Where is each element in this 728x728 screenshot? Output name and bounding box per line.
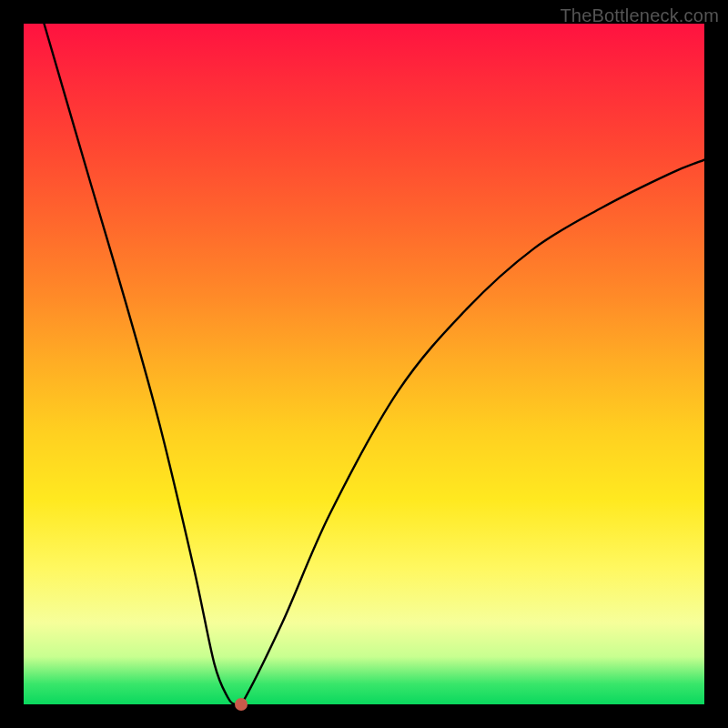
optimum-marker (235, 698, 248, 711)
plot-gradient-background (24, 24, 704, 704)
chart-frame: TheBottleneck.com (0, 0, 728, 728)
